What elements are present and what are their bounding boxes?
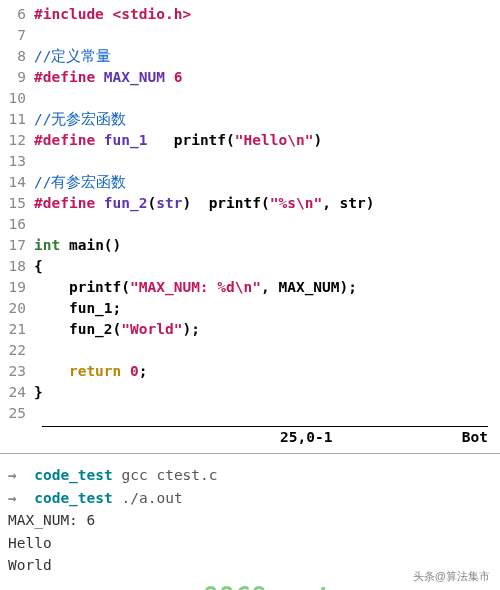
code-line: 23 return 0; bbox=[0, 361, 500, 382]
code-line: 20 fun_1; bbox=[0, 298, 500, 319]
line-number: 20 bbox=[0, 298, 34, 319]
code-content: int main() bbox=[34, 235, 500, 256]
line-number: 14 bbox=[0, 172, 34, 193]
line-number: 8 bbox=[0, 46, 34, 67]
code-line: 12#define fun_1 printf("Hello\n") bbox=[0, 130, 500, 151]
line-number: 15 bbox=[0, 193, 34, 214]
code-content: } bbox=[34, 382, 500, 403]
code-line: 13 bbox=[0, 151, 500, 172]
code-line: 25 bbox=[0, 403, 500, 424]
code-line: 8//定义常量 bbox=[0, 46, 500, 67]
prompt-directory: code_test bbox=[34, 490, 113, 506]
code-line: 22 bbox=[0, 340, 500, 361]
code-line: 24} bbox=[0, 382, 500, 403]
code-line: 17int main() bbox=[0, 235, 500, 256]
code-content: //定义常量 bbox=[34, 46, 500, 67]
line-number: 9 bbox=[0, 67, 34, 88]
code-content bbox=[34, 25, 500, 46]
code-content bbox=[34, 403, 500, 424]
code-content: #define fun_2(str) printf("%s\n", str) bbox=[34, 193, 500, 214]
watermark-text: www.9969.net bbox=[139, 582, 333, 590]
prompt-directory: code_test bbox=[34, 467, 113, 483]
pane-divider bbox=[0, 453, 500, 454]
code-content: #include <stdio.h> bbox=[34, 4, 500, 25]
code-line: 21 fun_2("World"); bbox=[0, 319, 500, 340]
terminal-output: MAX_NUM: 6 bbox=[8, 509, 492, 531]
terminal-prompt: → code_test ./a.out bbox=[8, 487, 492, 509]
line-number: 21 bbox=[0, 319, 34, 340]
line-number: 18 bbox=[0, 256, 34, 277]
source-credit: 头条@算法集市 bbox=[413, 569, 490, 584]
code-line: 18{ bbox=[0, 256, 500, 277]
code-content: printf("MAX_NUM: %d\n", MAX_NUM); bbox=[34, 277, 500, 298]
terminal-command: gcc ctest.c bbox=[113, 467, 218, 483]
code-line: 7 bbox=[0, 25, 500, 46]
prompt-arrow-icon: → bbox=[8, 490, 34, 506]
line-number: 6 bbox=[0, 4, 34, 25]
code-content: return 0; bbox=[34, 361, 500, 382]
code-line: 6#include <stdio.h> bbox=[0, 4, 500, 25]
line-number: 22 bbox=[0, 340, 34, 361]
line-number: 25 bbox=[0, 403, 34, 424]
terminal-output: Hello bbox=[8, 532, 492, 554]
code-content: { bbox=[34, 256, 500, 277]
line-number: 23 bbox=[0, 361, 34, 382]
line-number: 13 bbox=[0, 151, 34, 172]
code-content: #define MAX_NUM 6 bbox=[34, 67, 500, 88]
terminal-prompt: → code_test gcc ctest.c bbox=[8, 464, 492, 486]
code-content: fun_1; bbox=[34, 298, 500, 319]
line-number: 16 bbox=[0, 214, 34, 235]
code-line: 15#define fun_2(str) printf("%s\n", str) bbox=[0, 193, 500, 214]
line-number: 17 bbox=[0, 235, 34, 256]
code-line: 16 bbox=[0, 214, 500, 235]
code-line: 19 printf("MAX_NUM: %d\n", MAX_NUM); bbox=[0, 277, 500, 298]
line-number: 24 bbox=[0, 382, 34, 403]
code-line: 14//有参宏函数 bbox=[0, 172, 500, 193]
code-content bbox=[34, 214, 500, 235]
code-content: //有参宏函数 bbox=[34, 172, 500, 193]
code-content bbox=[34, 151, 500, 172]
line-number: 10 bbox=[0, 88, 34, 109]
line-number: 12 bbox=[0, 130, 34, 151]
prompt-arrow-icon: → bbox=[8, 467, 34, 483]
code-line: 9#define MAX_NUM 6 bbox=[0, 67, 500, 88]
cursor-position: 25,0-1 bbox=[280, 429, 332, 445]
code-content: #define fun_1 printf("Hello\n") bbox=[34, 130, 500, 151]
code-line: 10 bbox=[0, 88, 500, 109]
terminal-command: ./a.out bbox=[113, 490, 183, 506]
code-content: fun_2("World"); bbox=[34, 319, 500, 340]
vim-status-bar: 25,0-1 Bot bbox=[0, 427, 500, 451]
line-number: 19 bbox=[0, 277, 34, 298]
line-number: 11 bbox=[0, 109, 34, 130]
code-editor: 6#include <stdio.h>78//定义常量9#define MAX_… bbox=[0, 0, 500, 426]
scroll-indicator: Bot bbox=[462, 429, 488, 445]
code-line: 11//无参宏函数 bbox=[0, 109, 500, 130]
code-content: //无参宏函数 bbox=[34, 109, 500, 130]
line-number: 7 bbox=[0, 25, 34, 46]
code-content bbox=[34, 340, 500, 361]
code-content bbox=[34, 88, 500, 109]
